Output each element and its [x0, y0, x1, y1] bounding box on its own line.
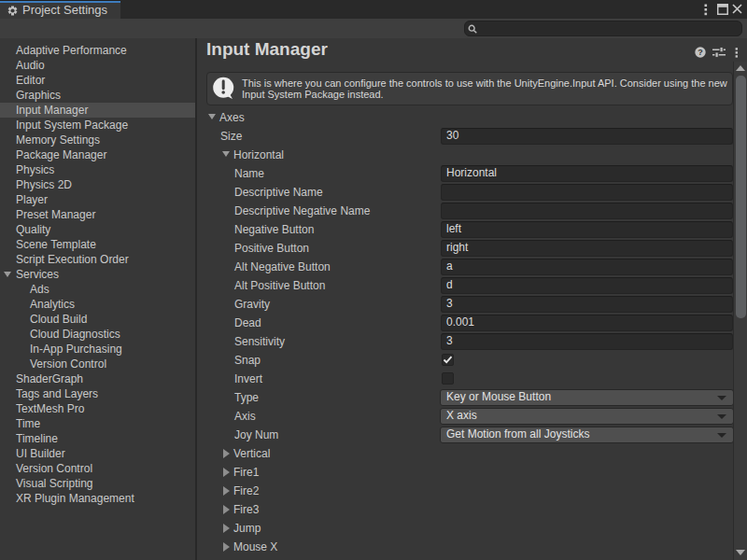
svg-text:?: ? [698, 48, 703, 57]
